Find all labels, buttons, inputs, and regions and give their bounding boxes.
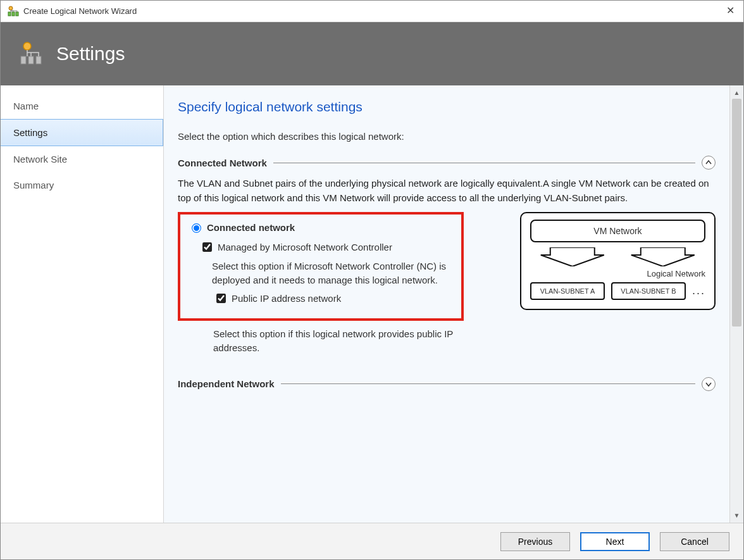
sidebar-item-label: Summary bbox=[13, 180, 54, 190]
sidebar-item-settings[interactable]: Settings bbox=[1, 119, 163, 146]
scroll-up-icon[interactable]: ▲ bbox=[734, 87, 740, 99]
close-icon[interactable]: ✕ bbox=[726, 4, 735, 16]
diagram-ellipsis: ... bbox=[692, 284, 705, 297]
scroll-down-icon[interactable]: ▼ bbox=[734, 509, 740, 521]
scroll-thumb[interactable] bbox=[732, 99, 741, 327]
section-description: The VLAN and Subnet pairs of the underly… bbox=[178, 176, 716, 206]
content-heading: Specify logical network settings bbox=[178, 99, 716, 115]
network-diagram: VM Network Logical Network VLAN-SUBNET A… bbox=[520, 212, 716, 310]
vertical-scrollbar[interactable]: ▲ ▼ bbox=[729, 85, 743, 523]
public-ip-desc: Select this option if this logical netwo… bbox=[213, 327, 501, 356]
next-button[interactable]: Next bbox=[580, 532, 650, 551]
managed-by-nc-label: Managed by Microsoft Network Controller bbox=[218, 242, 392, 252]
sidebar-item-summary[interactable]: Summary bbox=[1, 172, 163, 198]
section-title: Connected Network bbox=[178, 158, 267, 168]
diagram-logical-label: Logical Network bbox=[530, 269, 705, 278]
cancel-button[interactable]: Cancel bbox=[660, 532, 729, 551]
diagram-vm-box: VM Network bbox=[530, 220, 705, 242]
sidebar-item-label: Settings bbox=[13, 127, 47, 138]
svg-point-0 bbox=[9, 6, 13, 10]
diagram-vlan-a: VLAN-SUBNET A bbox=[530, 282, 605, 300]
managed-by-nc-desc: Select this option if Microsoft Network … bbox=[212, 259, 452, 288]
diagram-vlan-b: VLAN-SUBNET B bbox=[611, 282, 686, 300]
window-title: Create Logical Network Wizard bbox=[23, 6, 137, 16]
svg-rect-3 bbox=[16, 12, 18, 16]
sidebar: Name Settings Network Site Summary bbox=[1, 85, 164, 523]
sidebar-item-name[interactable]: Name bbox=[1, 93, 163, 119]
sidebar-item-label: Network Site bbox=[13, 154, 67, 165]
connected-network-radio[interactable] bbox=[192, 223, 201, 233]
titlebar: Create Logical Network Wizard ✕ bbox=[1, 1, 743, 22]
managed-by-nc-checkbox[interactable] bbox=[202, 242, 212, 252]
sidebar-item-label: Name bbox=[13, 101, 39, 111]
sidebar-item-network-site[interactable]: Network Site bbox=[1, 146, 163, 172]
header-icon bbox=[18, 41, 45, 66]
svg-rect-2 bbox=[12, 12, 15, 16]
previous-button[interactable]: Previous bbox=[500, 532, 570, 551]
svg-rect-6 bbox=[28, 56, 34, 64]
collapse-icon[interactable] bbox=[702, 156, 716, 170]
section-title: Independent Network bbox=[178, 378, 275, 389]
svg-point-4 bbox=[23, 42, 31, 50]
public-ip-label: Public IP address network bbox=[232, 293, 341, 304]
content: Specify logical network settings Select … bbox=[164, 85, 729, 523]
expand-icon[interactable] bbox=[702, 377, 716, 391]
svg-rect-5 bbox=[21, 56, 26, 64]
svg-rect-1 bbox=[8, 12, 11, 16]
divider bbox=[281, 383, 695, 384]
divider bbox=[273, 163, 695, 163]
diagram-arrow bbox=[530, 247, 615, 266]
svg-rect-7 bbox=[36, 56, 41, 64]
header: Settings bbox=[1, 22, 743, 85]
diagram-arrow bbox=[621, 247, 705, 266]
page-title: Settings bbox=[56, 43, 125, 65]
app-icon bbox=[7, 6, 20, 17]
scroll-track[interactable] bbox=[730, 99, 743, 509]
footer: Previous Next Cancel bbox=[1, 523, 743, 559]
content-intro: Select the option which describes this l… bbox=[178, 131, 716, 142]
section-independent-header: Independent Network bbox=[178, 377, 716, 391]
highlighted-settings: Connected network Managed by Microsoft N… bbox=[178, 212, 464, 321]
section-connected-header: Connected Network bbox=[178, 156, 716, 170]
public-ip-checkbox[interactable] bbox=[216, 294, 226, 303]
connected-network-radio-label: Connected network bbox=[207, 222, 295, 233]
